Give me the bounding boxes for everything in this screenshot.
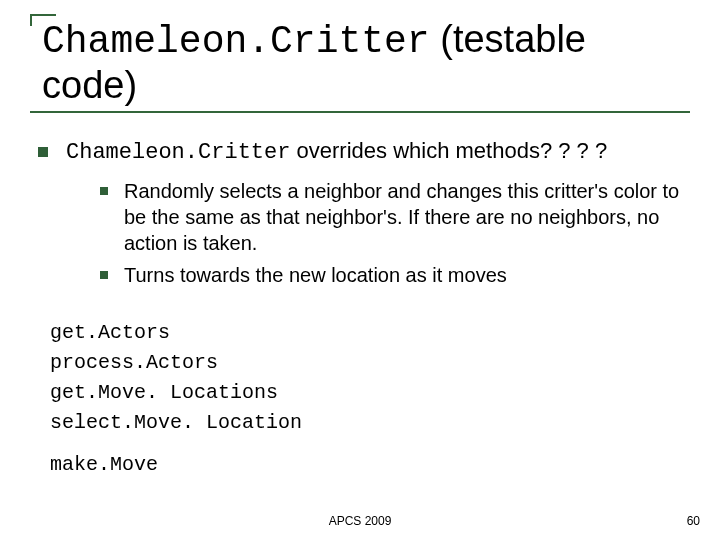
subpoint-group: Randomly selects a neighbor and changes … [100,178,690,288]
method-item: process.Actors [50,348,690,378]
question-rest: overrides which methods? ? ? ? [290,138,607,163]
title-accent-left [30,14,32,26]
subpoint-2: Turns towards the new location as it mov… [100,262,690,288]
method-item: get.Move. Locations [50,378,690,408]
subpoint-2-text: Turns towards the new location as it mov… [124,262,507,288]
title-accent-top [30,14,56,16]
subpoint-1-text: Randomly selects a neighbor and changes … [124,178,690,256]
methods-list: get.Actors process.Actors get.Move. Loca… [38,318,690,480]
footer-center: APCS 2009 [0,514,720,528]
method-item: make.Move [50,450,690,480]
question-text: Chameleon.Critter overrides which method… [66,137,607,168]
bullet-square-icon [100,271,108,279]
slide-body: Chameleon.Critter overrides which method… [30,137,690,480]
bullet-square-icon [100,187,108,195]
subpoint-1: Randomly selects a neighbor and changes … [100,178,690,256]
bullet-question: Chameleon.Critter overrides which method… [38,137,690,168]
method-item: get.Actors [50,318,690,348]
page-number: 60 [687,514,700,528]
title-block: Chameleon.Critter (testable code) [30,18,690,113]
slide-title: Chameleon.Critter (testable code) [42,18,690,107]
method-item: select.Move. Location [50,408,690,438]
question-code: Chameleon.Critter [66,140,290,165]
method-separator [50,438,690,450]
bullet-square-icon [38,147,48,157]
title-code: Chameleon.Critter [42,20,430,63]
slide: Chameleon.Critter (testable code) Chamel… [0,0,720,540]
